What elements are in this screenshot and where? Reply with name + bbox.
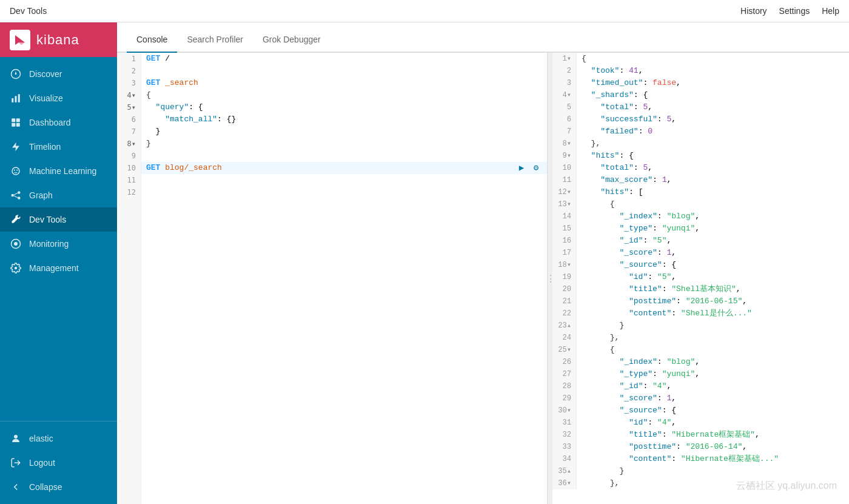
content-area: Console Search Profiler Grok Debugger 1 … bbox=[117, 22, 849, 504]
tab-grok-debugger[interactable]: Grok Debugger bbox=[253, 27, 331, 53]
code-line-3: GET _search bbox=[141, 77, 547, 89]
line-num-1: 1 bbox=[117, 53, 141, 65]
svg-rect-6 bbox=[16, 118, 20, 122]
sidebar-item-collapse[interactable]: Collapse bbox=[0, 475, 117, 499]
kibana-logo-text: kibana bbox=[36, 32, 79, 48]
output-line-33: 33 "posttime": "2016-06-14", bbox=[552, 441, 849, 453]
sidebar-item-user[interactable]: elastic bbox=[0, 426, 117, 451]
sidebar-item-logout[interactable]: Logout bbox=[0, 451, 117, 475]
topbar: Dev Tools History Settings Help bbox=[0, 0, 849, 22]
bar-chart-icon bbox=[10, 92, 22, 104]
topbar-left: Dev Tools bbox=[10, 6, 47, 16]
svg-point-11 bbox=[14, 169, 15, 170]
main-layout: kibana Discover bbox=[0, 22, 849, 504]
code-line-11 bbox=[141, 174, 547, 186]
output-line-21: 21 "posttime": "2016-06-15", bbox=[552, 295, 849, 307]
svg-point-15 bbox=[18, 197, 21, 200]
output-line-31: 31 "id": "4", bbox=[552, 417, 849, 429]
user-icon bbox=[10, 432, 22, 445]
output-line-8: 8▾ }, bbox=[552, 138, 849, 150]
line-num-8: 8▾ bbox=[117, 138, 141, 150]
svg-point-13 bbox=[12, 194, 15, 197]
svg-rect-8 bbox=[16, 123, 20, 127]
sidebar-item-machine-learning[interactable]: Machine Learning bbox=[0, 159, 117, 183]
output-line-10: 10 "total": 5, bbox=[552, 162, 849, 174]
tab-console[interactable]: Console bbox=[127, 27, 177, 53]
svg-rect-3 bbox=[15, 96, 17, 102]
output-line-13: 13▾ { bbox=[552, 198, 849, 210]
sidebar-item-dashboard[interactable]: Dashboard bbox=[0, 110, 117, 135]
sidebar-item-management[interactable]: Management bbox=[0, 256, 117, 280]
tools-button[interactable]: ⚙ bbox=[530, 162, 542, 174]
action-buttons: ▶ ⚙ bbox=[515, 162, 547, 174]
run-button[interactable]: ▶ bbox=[515, 162, 528, 174]
sidebar-item-dev-tools[interactable]: Dev Tools bbox=[0, 207, 117, 232]
kibana-logo-icon bbox=[10, 30, 30, 50]
help-link[interactable]: Help bbox=[822, 6, 839, 16]
settings-link[interactable]: Settings bbox=[779, 6, 810, 16]
line-num-10: 10 bbox=[117, 162, 141, 174]
history-link[interactable]: History bbox=[740, 6, 767, 16]
sidebar-bottom: elastic Logout Collapse bbox=[0, 421, 117, 504]
output-line-25: 25▾ { bbox=[552, 344, 849, 356]
output-line-19: 19 "id": "5", bbox=[552, 271, 849, 283]
output-line-14: 14 "_index": "blog", bbox=[552, 210, 849, 223]
svg-marker-1 bbox=[15, 72, 17, 75]
output-line-36: 36▾ }, bbox=[552, 477, 849, 489]
output-line-29: 29 "_score": 1, bbox=[552, 392, 849, 405]
sidebar-item-monitoring[interactable]: Monitoring bbox=[0, 232, 117, 256]
svg-point-10 bbox=[12, 167, 19, 175]
sidebar-item-label: Dev Tools bbox=[29, 215, 66, 224]
line-num-7: 7 bbox=[117, 126, 141, 138]
sidebar-item-discover[interactable]: Discover bbox=[0, 62, 117, 86]
output-line-9: 9▾ "hits": { bbox=[552, 150, 849, 162]
editor-code[interactable]: GET / GET _search { "query": { "match_al… bbox=[141, 53, 547, 504]
output-line-18: 18▾ "_source": { bbox=[552, 259, 849, 271]
editor-resizer[interactable]: ⋮ bbox=[548, 53, 552, 504]
sidebar-item-timelion[interactable]: Timelion bbox=[0, 135, 117, 159]
code-line-6: "match_all": {} bbox=[141, 113, 547, 126]
logout-icon bbox=[10, 457, 22, 469]
sidebar: kibana Discover bbox=[0, 22, 117, 504]
compass-icon bbox=[10, 68, 22, 80]
graph-icon bbox=[10, 189, 22, 201]
svg-point-19 bbox=[14, 242, 18, 246]
svg-line-17 bbox=[14, 196, 18, 198]
wrench-icon bbox=[10, 213, 22, 226]
svg-rect-2 bbox=[12, 98, 13, 102]
page-title: Dev Tools bbox=[10, 6, 47, 16]
sidebar-item-graph[interactable]: Graph bbox=[0, 183, 117, 207]
svg-rect-5 bbox=[12, 118, 15, 122]
output-line-1: 1▾ { bbox=[552, 53, 849, 65]
line-num-3: 3 bbox=[117, 77, 141, 89]
output-line-20: 20 "title": "Shell基本知识", bbox=[552, 283, 849, 295]
tab-search-profiler[interactable]: Search Profiler bbox=[177, 27, 253, 53]
output-line-24: 24 }, bbox=[552, 332, 849, 344]
output-line-2: 2 "took": 41, bbox=[552, 65, 849, 77]
line-num-4: 4▾ bbox=[117, 89, 141, 101]
output-line-4: 4▾ "_shards": { bbox=[552, 89, 849, 101]
output-line-3: 3 "timed_out": false, bbox=[552, 77, 849, 89]
editor-container: 1 2 3 4▾ 5▾ 6 7 8▾ 9 10 11 12 GET / bbox=[117, 53, 849, 504]
editor-left[interactable]: 1 2 3 4▾ 5▾ 6 7 8▾ 9 10 11 12 GET / bbox=[117, 53, 548, 504]
output-line-27: 27 "_type": "yunqi", bbox=[552, 368, 849, 380]
svg-rect-7 bbox=[12, 123, 15, 127]
line-num-12: 12 bbox=[117, 186, 141, 198]
svg-point-14 bbox=[18, 191, 21, 194]
sidebar-item-visualize[interactable]: Visualize bbox=[0, 86, 117, 110]
output-line-16: 16 "_id": "5", bbox=[552, 235, 849, 247]
code-line-1: GET / bbox=[141, 53, 547, 65]
svg-line-16 bbox=[14, 193, 18, 195]
sidebar-item-label: Monitoring bbox=[29, 239, 69, 249]
output-line-7: 7 "failed": 0 bbox=[552, 126, 849, 138]
sidebar-logo[interactable]: kibana bbox=[0, 22, 117, 57]
sidebar-item-label: Machine Learning bbox=[29, 166, 96, 176]
code-line-2 bbox=[141, 65, 547, 77]
svg-rect-4 bbox=[18, 94, 20, 102]
code-line-7: } bbox=[141, 126, 547, 138]
sidebar-item-label: Visualize bbox=[29, 93, 63, 103]
monitoring-icon bbox=[10, 238, 22, 250]
chevron-left-icon bbox=[10, 481, 22, 493]
output-line-22: 22 "content": "Shell是什么..." bbox=[552, 307, 849, 320]
sidebar-item-label: Timelion bbox=[29, 142, 61, 152]
